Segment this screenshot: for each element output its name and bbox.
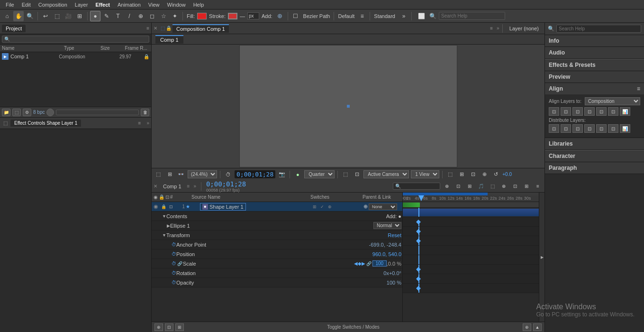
toolbar-pen-btn[interactable]: ✎ [101, 11, 112, 21]
menu-file[interactable]: File [2, 1, 18, 9]
anchor-value[interactable]: -699.0, -248.4 [369, 242, 402, 248]
project-panel-menu[interactable]: ≡ [146, 26, 149, 31]
project-comp-btn[interactable]: ⬚ [12, 109, 21, 116]
tl-bottom-btn-3[interactable]: ⊞ [175, 323, 184, 331]
align-option-select[interactable]: Composition [585, 97, 640, 105]
layer-1-parent-select[interactable]: None [369, 203, 397, 210]
tl-btn-4[interactable]: 🎵 [476, 182, 486, 191]
align-header[interactable]: Align ≡ [545, 83, 644, 94]
layer-1-sw3[interactable]: ⊕ [327, 203, 333, 210]
track-row-transform[interactable] [403, 236, 544, 246]
layer-1-lock[interactable]: 🔒 [160, 203, 167, 210]
stroke-color[interactable] [228, 13, 237, 19]
menu-edit[interactable]: Edit [18, 1, 35, 9]
tl-btn-5[interactable]: ⬚ [488, 182, 497, 191]
layer-1-collapse[interactable]: ⊡ [168, 203, 174, 210]
toggle-switches-btn[interactable]: Toggle Switches / Modes [327, 324, 380, 330]
timeline-timecode[interactable]: 0;00;01;28 [206, 180, 246, 188]
preview-header[interactable]: Preview [545, 71, 644, 83]
project-search-input[interactable] [2, 36, 149, 43]
comp-guide-btn[interactable]: ⊕ [480, 170, 489, 179]
dist-btn-7[interactable]: 📊 [620, 124, 630, 133]
toolbar-grid-btn[interactable]: ⊞ [74, 11, 85, 21]
timeline-close-btn[interactable]: ✕ [154, 184, 157, 189]
search-help-input[interactable] [439, 12, 505, 20]
menu-animation[interactable]: Animation [114, 1, 145, 9]
timeline-search-input[interactable] [393, 183, 440, 190]
toolbar-undo-btn[interactable]: ↩ [40, 11, 51, 21]
comp-frame-btn[interactable]: ⬚ [341, 170, 350, 179]
opacity-value[interactable]: 100 % [387, 280, 401, 286]
menu-help[interactable]: Help [190, 1, 208, 9]
project-new-folder-btn[interactable]: 📁 [2, 109, 10, 116]
align-right-btn[interactable]: ⊡ [572, 107, 583, 116]
scale-keyframe-diamond[interactable]: ◆ [358, 261, 362, 266]
comp-grid-btn[interactable]: ⊞ [165, 170, 174, 179]
effects-presets-header[interactable]: Effects & Presets [545, 59, 644, 71]
fill-color[interactable] [197, 13, 207, 19]
tl-bottom-btn-4[interactable]: ⊕ [523, 323, 531, 331]
dist-btn-4[interactable]: ⊡ [584, 124, 595, 133]
comp-snapshot-btn[interactable]: 📷 [277, 170, 287, 179]
dist-btn-3[interactable]: ⊡ [572, 124, 583, 133]
add-btn[interactable]: ⊕ [275, 11, 285, 21]
timeline-expand[interactable]: » [193, 184, 196, 189]
comp-reset-btn[interactable]: ↺ [491, 170, 500, 179]
comp-quality-select[interactable]: Quarter [304, 170, 335, 178]
dist-btn-5[interactable]: ⊡ [596, 124, 607, 133]
tl-bottom-btn-2[interactable]: ⊡ [165, 323, 173, 331]
toolbar-search-icon[interactable]: 🔍 [427, 11, 438, 21]
timeline-tab-menu[interactable]: ≡ [187, 184, 190, 189]
contents-expand[interactable]: ▼ [162, 214, 166, 219]
comp-tab[interactable]: Composition Comp 1 [172, 24, 229, 33]
track-row-ellipse[interactable] [403, 227, 544, 236]
toolbar-brush-btn[interactable]: / [124, 11, 135, 21]
align-left-btn[interactable]: ⊡ [549, 107, 559, 116]
comp-time-btn[interactable]: ⏱ [223, 170, 233, 179]
track-row-rotation[interactable] [403, 274, 544, 284]
tl-btn-6[interactable]: ⊕ [499, 182, 508, 191]
search-help-right-input[interactable] [556, 25, 641, 33]
comp-expand[interactable]: » [497, 26, 499, 31]
toolbar-checkbox[interactable]: ☐ [290, 11, 301, 21]
tl-btn-3[interactable]: ⊞ [465, 182, 474, 191]
toolbar-shape-btn[interactable]: ● [90, 11, 100, 21]
tl-btn-2[interactable]: ⊡ [454, 182, 463, 191]
track-kf-rotation[interactable] [416, 277, 421, 281]
track-row-opacity[interactable] [403, 284, 544, 293]
tl-btn-7[interactable]: ⊡ [510, 182, 520, 191]
comp-panel-menu[interactable]: ≡ [490, 26, 493, 31]
menu-effect[interactable]: Effect [91, 1, 114, 9]
comp-layout-btn[interactable]: ⊡ [468, 170, 478, 179]
effect-controls-expand[interactable]: » [146, 120, 149, 126]
ellipse1-expand[interactable]: ▶ [167, 223, 170, 228]
position-value[interactable]: 960.0, 540.0 [372, 251, 401, 257]
audio-header[interactable]: Audio [545, 47, 644, 58]
tl-bottom-btn-5[interactable]: ▲ [533, 323, 542, 331]
menu-layer[interactable]: Layer [71, 1, 92, 9]
align-hcenter-btn[interactable]: ⊡ [561, 107, 571, 116]
track-kf-opacity[interactable] [416, 286, 421, 291]
toolbar-text-btn[interactable]: T [113, 11, 123, 21]
comp1-subtab[interactable]: Comp 1 [155, 35, 183, 44]
project-color-btn[interactable] [46, 109, 54, 116]
toolbar-home-btn[interactable]: ⌂ [2, 11, 12, 21]
comp-draft-btn[interactable]: ⊞ [457, 170, 466, 179]
layer-1-sw2[interactable]: ✓ [319, 203, 326, 210]
opacity-stopwatch[interactable]: ⏱ [172, 280, 176, 285]
transform-reset-btn[interactable]: Reset [388, 232, 401, 238]
dist-btn-6[interactable]: ⊡ [608, 124, 618, 133]
scale-keyframe-next[interactable]: ▶ [362, 261, 365, 266]
scale-stopwatch[interactable]: ⏱ [172, 261, 176, 266]
layer-1-parent-icon[interactable]: ⊕ [363, 203, 368, 210]
work-area-bar[interactable] [403, 203, 420, 207]
track-row-scale[interactable] [403, 265, 544, 274]
toolbar-zoom-btn[interactable]: 🔍 [25, 11, 35, 21]
comp-zoom-select[interactable]: (24.4%) [188, 170, 217, 178]
track-row-anchor[interactable] [403, 246, 544, 255]
track-kf-contents-1[interactable] [416, 220, 421, 224]
layer-1-sw1[interactable]: ⊞ [311, 203, 318, 210]
contents-add-btn[interactable]: Add: ● [386, 213, 401, 219]
paragraph-header[interactable]: Paragraph [545, 162, 644, 174]
toolbar-puppet-btn[interactable]: ☆ [158, 11, 169, 21]
